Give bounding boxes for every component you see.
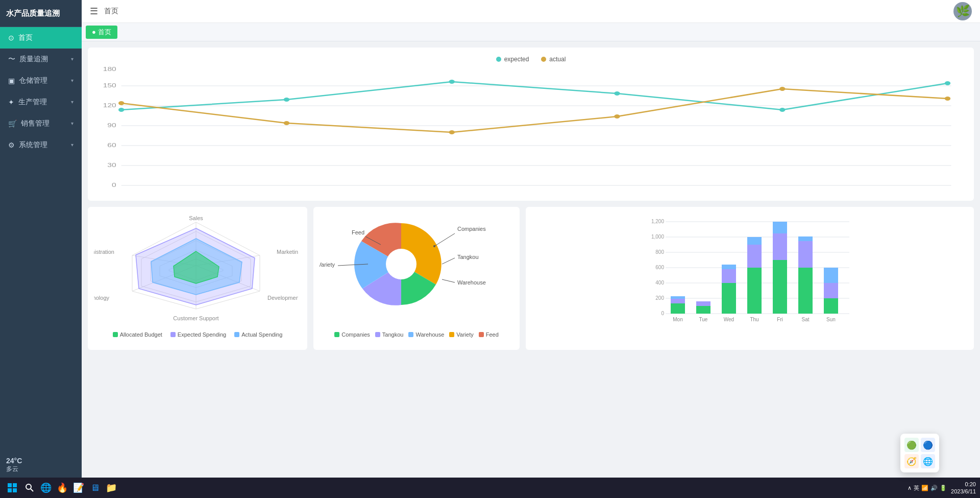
popup-icon-compass[interactable]: 🧭 bbox=[904, 454, 919, 468]
clock-time: 0:20 bbox=[951, 481, 976, 488]
bar-thu-blue bbox=[747, 237, 762, 245]
pie-chart-svg: Companies Tangkou Warehouse Variety Feed bbox=[320, 213, 513, 325]
app-icon-1: 🔥 bbox=[57, 482, 68, 493]
avatar-emoji: 🌿 bbox=[956, 5, 970, 18]
avatar[interactable]: 🌿 bbox=[953, 2, 972, 20]
svg-text:400: 400 bbox=[655, 280, 664, 286]
chevron-down-icon-5: ▾ bbox=[71, 142, 74, 148]
bar-tue-purple bbox=[696, 301, 710, 306]
app-button-4[interactable]: 📁 bbox=[104, 481, 118, 495]
svg-text:Customer Support: Customer Support bbox=[173, 315, 218, 321]
line-chart-container: expected actual 0 30 60 90 120 150 180 bbox=[88, 48, 974, 201]
home-icon: ⊙ bbox=[8, 34, 14, 42]
svg-rect-71 bbox=[8, 483, 12, 487]
svg-line-43 bbox=[442, 258, 455, 264]
svg-text:600: 600 bbox=[655, 265, 664, 270]
svg-text:120: 120 bbox=[103, 102, 116, 108]
pie-legend-feed: Feed bbox=[479, 331, 499, 338]
warehouse-color bbox=[408, 332, 413, 337]
edge-browser-button[interactable]: 🌐 bbox=[39, 481, 53, 495]
svg-text:0: 0 bbox=[661, 311, 664, 316]
popup-icon-bluetooth[interactable]: 🔵 bbox=[921, 438, 935, 452]
up-arrow-icon[interactable]: ∧ bbox=[908, 485, 912, 491]
bar-fri-green bbox=[773, 260, 787, 314]
start-button[interactable] bbox=[4, 480, 20, 496]
expected-dot bbox=[496, 57, 501, 62]
chevron-down-icon-3: ▾ bbox=[71, 99, 74, 105]
line-chart-legend: expected actual bbox=[96, 56, 966, 63]
sidebar-item-quality[interactable]: 〜 质量追溯 ▾ bbox=[0, 49, 82, 70]
actual-point-1 bbox=[118, 101, 124, 105]
app-button-2[interactable]: 📝 bbox=[71, 481, 86, 495]
pie-chart-container: Companies Tangkou Warehouse Variety Feed… bbox=[313, 207, 520, 350]
app-button-1[interactable]: 🔥 bbox=[55, 481, 69, 495]
svg-text:Companies: Companies bbox=[457, 226, 486, 232]
line-chart-svg: 0 30 60 90 120 150 180 1 2 3 4 5 6 bbox=[96, 67, 966, 189]
app-title: 水产品质量追溯 bbox=[0, 0, 82, 27]
battery-icon[interactable]: 🔋 bbox=[940, 485, 947, 491]
bar-sat-purple bbox=[798, 241, 813, 268]
actual-point-3 bbox=[449, 130, 455, 134]
expected-point-3 bbox=[449, 80, 455, 84]
bar-mon-purple bbox=[671, 299, 685, 303]
app-button-3[interactable]: 🖥 bbox=[88, 481, 102, 495]
radar-legend-expected: Expected Spending bbox=[170, 331, 226, 338]
system-tray-popup: 🟢 🔵 🧭 🌐 bbox=[900, 434, 939, 472]
sidebar-label-home: 首页 bbox=[18, 33, 33, 42]
app-icon-4: 📁 bbox=[106, 482, 117, 493]
search-button[interactable] bbox=[22, 481, 37, 495]
svg-text:90: 90 bbox=[107, 122, 116, 128]
tab-home[interactable]: ●首页 bbox=[86, 26, 117, 39]
tabbar: ●首页 bbox=[82, 23, 980, 41]
svg-text:Warehouse: Warehouse bbox=[457, 279, 486, 286]
expected-label: expected bbox=[504, 56, 529, 63]
sidebar-label-quality: 质量追溯 bbox=[19, 55, 48, 64]
svg-text:Administration: Administration bbox=[94, 249, 114, 255]
actual-point-2 bbox=[284, 121, 289, 125]
bar-sun-blue bbox=[824, 268, 838, 283]
taskbar-time-display[interactable]: 0:20 2023/6/11 bbox=[951, 481, 976, 495]
svg-text:Variety: Variety bbox=[320, 262, 335, 268]
svg-text:Wed: Wed bbox=[724, 317, 734, 322]
svg-text:Sat: Sat bbox=[801, 317, 809, 322]
bar-wed-green bbox=[722, 283, 736, 314]
svg-line-76 bbox=[31, 489, 33, 491]
radar-chart-svg: Sales Marketing Development Customer Sup… bbox=[94, 213, 298, 325]
actual-spending-color bbox=[234, 332, 239, 337]
popup-icon-globe[interactable]: 🌐 bbox=[921, 454, 935, 468]
popup-icon-green[interactable]: 🟢 bbox=[904, 438, 919, 452]
sidebar-item-production[interactable]: ✦ 生产管理 ▾ bbox=[0, 91, 82, 113]
feed-label: Feed bbox=[486, 331, 499, 338]
actual-point-5 bbox=[779, 87, 785, 91]
menu-toggle-icon[interactable]: ☰ bbox=[90, 6, 98, 17]
expected-point-5 bbox=[779, 108, 785, 112]
svg-rect-74 bbox=[13, 488, 17, 492]
clock-date: 2023/6/11 bbox=[951, 488, 976, 495]
sidebar-item-home[interactable]: ⊙ 首页 bbox=[0, 27, 82, 49]
bar-wed-blue bbox=[722, 265, 736, 269]
bar-sun-green bbox=[824, 298, 838, 314]
sidebar-item-warehouse[interactable]: ▣ 仓储管理 ▾ bbox=[0, 70, 82, 91]
sidebar-item-sales[interactable]: 🛒 销售管理 ▾ bbox=[0, 113, 82, 134]
expected-spending-label: Expected Spending bbox=[178, 331, 226, 338]
breadcrumb: 首页 bbox=[104, 7, 118, 16]
sidebar-item-system[interactable]: ⚙ 系统管理 ▾ bbox=[0, 134, 82, 156]
pie-legend: Companies Tangkou Warehouse Variety Feed bbox=[320, 331, 513, 338]
pie-legend-tangkou: Tangkou bbox=[375, 331, 404, 338]
svg-text:30: 30 bbox=[107, 162, 116, 168]
svg-text:200: 200 bbox=[655, 295, 664, 301]
svg-text:Sales: Sales bbox=[189, 215, 203, 221]
expected-point-1 bbox=[118, 108, 124, 112]
wifi-icon[interactable]: 📶 bbox=[921, 485, 928, 491]
actual-spending-label: Actual Spending bbox=[241, 331, 282, 338]
main-content: expected actual 0 30 60 90 120 150 180 bbox=[82, 41, 980, 478]
expected-point-6 bbox=[945, 81, 950, 85]
volume-icon[interactable]: 🔊 bbox=[930, 485, 938, 491]
bar-chart-svg: 0 200 400 600 800 1,000 1,200 bbox=[532, 213, 968, 336]
svg-text:Feed: Feed bbox=[352, 229, 364, 235]
system-tray-icons: ∧ 英 📶 🔊 🔋 bbox=[908, 484, 947, 492]
search-icon bbox=[25, 483, 34, 492]
bar-sat-blue bbox=[798, 236, 813, 241]
svg-text:3: 3 bbox=[450, 188, 454, 189]
weather-condition: 多云 bbox=[6, 465, 76, 473]
